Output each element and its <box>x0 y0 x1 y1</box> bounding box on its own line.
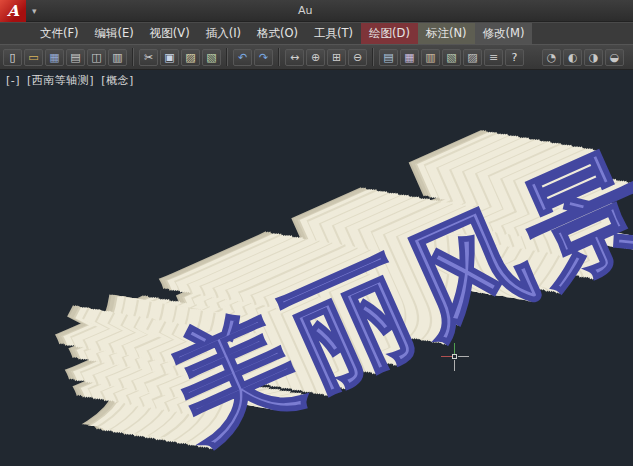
window-title: Au <box>298 4 313 17</box>
zoom-previous-icon[interactable]: ⊖ <box>348 49 367 66</box>
sheet-set-manager-icon[interactable]: ▧ <box>442 49 461 66</box>
pan-icon[interactable]: ↔ <box>285 49 304 66</box>
orbit-icon[interactable]: ◔ <box>542 49 561 66</box>
toolbar-separator <box>132 48 134 66</box>
extruded-3d-text-object[interactable]: 美丽风景 <box>147 124 633 466</box>
zoom-window-icon[interactable]: ⊞ <box>327 49 346 66</box>
menu-item-file[interactable]: 文件(F) <box>32 23 87 44</box>
toolbar-separator <box>278 48 280 66</box>
quickcalc-icon[interactable]: ≡ <box>484 49 503 66</box>
model-space-canvas[interactable]: [-] [西南等轴测] [概念] 美丽风景 <box>0 70 633 466</box>
viewport-visual-style-control[interactable]: [概念] <box>101 74 134 87</box>
viewport-controls: [-] [西南等轴测] [概念] <box>6 73 137 88</box>
render-icon[interactable]: ◑ <box>584 49 603 66</box>
crosshair-y-axis-line <box>454 343 455 354</box>
menu-item-insert[interactable]: 插入(I) <box>198 23 249 44</box>
toolbar-separator <box>372 48 374 66</box>
new-icon[interactable]: ▯ <box>3 49 22 66</box>
cut-icon[interactable]: ✂ <box>139 49 158 66</box>
menu-item-format[interactable]: 格式(O) <box>249 23 306 44</box>
title-bar: A ▾ Au <box>0 0 633 22</box>
save-icon[interactable]: ▦ <box>45 49 64 66</box>
menu-bar: 文件(F)编辑(E)视图(V)插入(I)格式(O)工具(T)绘图(D)标注(N)… <box>0 22 633 44</box>
markup-set-manager-icon[interactable]: ▨ <box>463 49 482 66</box>
plot-preview-icon[interactable]: ◫ <box>87 49 106 66</box>
crosshair-line <box>458 356 469 357</box>
publish-icon[interactable]: ▥ <box>108 49 127 66</box>
crosshair-cursor <box>441 343 469 371</box>
crosshair-x-axis-line <box>441 356 452 357</box>
viewport-menu-control[interactable]: [-] <box>6 74 20 87</box>
menu-item-modify[interactable]: 修改(M) <box>475 23 533 44</box>
quick-access-dropdown-icon[interactable]: ▾ <box>26 6 43 16</box>
app-logo-button[interactable]: A <box>0 0 26 22</box>
designcenter-icon[interactable]: ▦ <box>400 49 419 66</box>
tool-palettes-icon[interactable]: ▥ <box>421 49 440 66</box>
toolbar-separator <box>226 48 228 66</box>
match-properties-icon[interactable]: ▧ <box>202 49 221 66</box>
help-icon[interactable]: ? <box>505 49 524 66</box>
visual-styles-icon[interactable]: ◐ <box>563 49 582 66</box>
viewport-view-control[interactable]: [西南等轴测] <box>27 74 94 87</box>
paste-icon[interactable]: ▨ <box>181 49 200 66</box>
copy-icon[interactable]: ▣ <box>160 49 179 66</box>
redo-icon[interactable]: ↷ <box>254 49 273 66</box>
autocad-window: A ▾ Au 文件(F)编辑(E)视图(V)插入(I)格式(O)工具(T)绘图(… <box>0 0 633 466</box>
menu-item-view[interactable]: 视图(V) <box>142 23 198 44</box>
properties-icon[interactable]: ▤ <box>379 49 398 66</box>
menu-item-dimension[interactable]: 标注(N) <box>418 23 475 44</box>
menu-item-draw[interactable]: 绘图(D) <box>361 23 418 44</box>
menu-item-edit[interactable]: 编辑(E) <box>87 23 142 44</box>
crosshair-line <box>454 360 455 371</box>
steering-wheel-icon[interactable]: ◒ <box>605 49 624 66</box>
standard-toolbar: ▯▭▦▤◫▥✂▣▨▧↶↷↔⊕⊞⊖▤▦▥▧▨≡?◔◐◑◒ <box>0 44 633 70</box>
zoom-realtime-icon[interactable]: ⊕ <box>306 49 325 66</box>
menu-item-tools[interactable]: 工具(T) <box>306 23 361 44</box>
open-icon[interactable]: ▭ <box>24 49 43 66</box>
pickbox <box>452 354 457 359</box>
undo-icon[interactable]: ↶ <box>233 49 252 66</box>
plot-icon[interactable]: ▤ <box>66 49 85 66</box>
